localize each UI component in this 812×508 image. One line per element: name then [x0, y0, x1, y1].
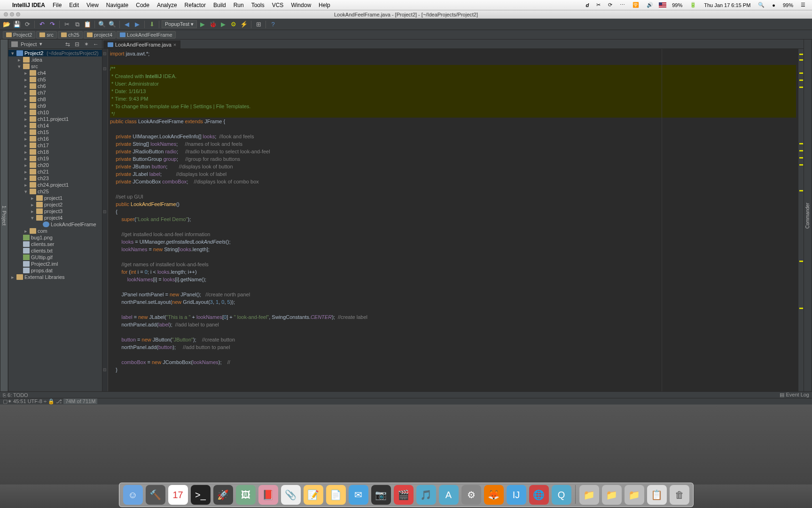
sync-icon[interactable]: ⟳	[23, 20, 32, 29]
tree-item[interactable]: ▸ch11.project1	[8, 116, 102, 122]
minimize-window-button[interactable]	[10, 12, 14, 16]
tree-item[interactable]: ▸project1	[8, 195, 102, 201]
redo-icon[interactable]: ↷	[47, 20, 57, 29]
tree-item[interactable]: ▾Project2(~/IdeaProjects/Project2)	[8, 50, 102, 56]
tree-item[interactable]: ▸ch10	[8, 109, 102, 116]
todo-tool-button[interactable]: ⎘ 6: TODO	[3, 392, 28, 398]
tree-arrow-icon[interactable]: ▸	[30, 195, 35, 201]
close-window-button[interactable]	[4, 12, 8, 16]
tree-item[interactable]: ▸ch16	[8, 135, 102, 142]
app-menu[interactable]: IntelliJ IDEA	[8, 2, 49, 8]
dock-folder-icon[interactable]: 📁	[579, 485, 599, 505]
collapse-icon[interactable]: ⊟	[74, 41, 80, 48]
menu-run[interactable]: Run	[230, 2, 248, 8]
code-editor[interactable]: ⊟ ⊟ ⊟ ⊟ import java.awt.*;/** * Created …	[102, 49, 804, 391]
help-icon[interactable]: ?	[268, 20, 278, 29]
dropdown-arrow-icon[interactable]: ▾	[39, 41, 42, 47]
tree-arrow-icon[interactable]: ▸	[30, 208, 35, 214]
tree-item[interactable]: ▸project2	[8, 201, 102, 208]
bg-tasks-icon[interactable]: ✶	[8, 398, 12, 404]
menu-code[interactable]: Code	[132, 2, 153, 8]
tree-item[interactable]: ▸ch5	[8, 76, 102, 83]
tool-tab-commander[interactable]: Commander	[804, 40, 811, 391]
menu-help[interactable]: Help	[315, 2, 334, 8]
tree-arrow-icon[interactable]: ▸	[23, 103, 28, 109]
save-all-icon[interactable]: 💾	[12, 20, 22, 29]
menubar-dots-icon[interactable]: ⋯	[618, 2, 627, 8]
dock-app-icon[interactable]: A	[439, 485, 459, 505]
tree-arrow-icon[interactable]: ▸	[30, 202, 35, 208]
editor-tab[interactable]: LookAndFeelFrame.java ×	[103, 40, 180, 48]
coverage-icon[interactable]: ▶	[219, 20, 228, 29]
project-structure-icon[interactable]: ⊞	[254, 20, 263, 29]
find-icon[interactable]: 🔍	[97, 20, 107, 29]
run-icon[interactable]: ▶	[198, 20, 207, 29]
project-tree[interactable]: ▾Project2(~/IdeaProjects/Project2)▸.idea…	[8, 49, 102, 391]
tree-arrow-icon[interactable]: ▸	[10, 274, 15, 280]
tree-item[interactable]: ▸ch19	[8, 155, 102, 162]
back-icon[interactable]: ◀	[122, 20, 132, 29]
breadcrumb-item[interactable]: Project2	[3, 31, 35, 39]
tree-arrow-icon[interactable]: ▸	[23, 123, 28, 129]
insert-mode-icon[interactable]: ÷	[44, 398, 47, 404]
dock-app-icon[interactable]: 🚀	[213, 485, 233, 505]
tree-item[interactable]: clients.txt	[8, 247, 102, 254]
tree-arrow-icon[interactable]: ▾	[10, 50, 15, 56]
tree-arrow-icon[interactable]: ▸	[23, 149, 28, 155]
tree-item[interactable]: ▸ch8	[8, 96, 102, 103]
dock-app-icon[interactable]: 🎬	[394, 485, 414, 505]
menubar-d-icon[interactable]: d	[584, 2, 591, 8]
tree-item[interactable]: Project2.iml	[8, 261, 102, 267]
menu-edit[interactable]: Edit	[65, 2, 83, 8]
menubar-sync-icon[interactable]: ⟳	[606, 2, 614, 8]
tree-item[interactable]: ▾ch25	[8, 188, 102, 195]
tree-arrow-icon[interactable]: ▾	[17, 64, 22, 70]
tree-arrow-icon[interactable]: ▸	[23, 162, 28, 168]
run-config-combo[interactable]: PopupTest ▾	[162, 20, 197, 28]
tree-item[interactable]: clients.ser	[8, 241, 102, 247]
dock-app-icon[interactable]: 📄	[326, 485, 346, 505]
tree-arrow-icon[interactable]: ▸	[23, 182, 28, 188]
dock-folder-icon[interactable]: 📁	[602, 485, 622, 505]
tree-item[interactable]: ▸ch6	[8, 83, 102, 89]
tree-arrow-icon[interactable]: ▸	[23, 116, 28, 122]
wifi-icon[interactable]: 🛜	[631, 2, 641, 8]
dock-app-icon[interactable]: 🔨	[146, 485, 165, 505]
tree-arrow-icon[interactable]: ▸	[23, 156, 28, 162]
readonly-lock-icon[interactable]: 🔒	[48, 398, 55, 404]
tree-item[interactable]: ▸com	[8, 228, 102, 234]
menu-view[interactable]: View	[83, 2, 102, 8]
paste-icon[interactable]: 📋	[83, 20, 92, 29]
dock-app-icon[interactable]: 🖼	[236, 485, 256, 505]
tree-item[interactable]: ▸ch15	[8, 129, 102, 135]
tree-arrow-icon[interactable]: ▾	[30, 215, 35, 221]
tree-item[interactable]: ▸ch23	[8, 175, 102, 182]
replace-icon[interactable]: 🔍	[108, 20, 117, 29]
hide-icon[interactable]: ←	[93, 41, 99, 48]
tree-item[interactable]: ▸ch21	[8, 168, 102, 175]
tree-arrow-icon[interactable]: ▸	[23, 70, 28, 76]
dock-app-icon[interactable]: 🦊	[484, 485, 504, 505]
breadcrumb-item[interactable]: project4	[84, 31, 116, 39]
tree-arrow-icon[interactable]: ▸	[23, 228, 28, 234]
tree-arrow-icon[interactable]: ▸	[23, 110, 28, 116]
dock-app-icon[interactable]: Q	[552, 485, 571, 505]
tree-item[interactable]: ▸ch18	[8, 149, 102, 155]
project-view-mode[interactable]: Project	[21, 41, 37, 47]
git-branch-icon[interactable]: ⎇	[56, 398, 62, 404]
tree-item[interactable]: ▸project3	[8, 208, 102, 214]
dock-app-icon[interactable]: 🎵	[416, 485, 436, 505]
dock-app-icon[interactable]: 📕	[258, 485, 278, 505]
tree-arrow-icon[interactable]: ▾	[23, 189, 28, 195]
settings-icon[interactable]: ✶	[83, 41, 90, 48]
battery-icon[interactable]: 🔋	[688, 2, 698, 8]
dock-app-icon[interactable]: 17	[168, 485, 188, 505]
tree-item[interactable]: ▸ch9	[8, 103, 102, 109]
dock-app-icon[interactable]: IJ	[507, 485, 526, 505]
menu-file[interactable]: File	[49, 2, 65, 8]
tree-arrow-icon[interactable]: ▸	[23, 169, 28, 175]
volume-icon[interactable]: 🔊	[645, 2, 655, 8]
zoom-window-button[interactable]	[16, 12, 20, 16]
dock-folder-icon[interactable]: 📁	[625, 485, 644, 505]
notifications-icon[interactable]: ☰	[799, 2, 807, 8]
